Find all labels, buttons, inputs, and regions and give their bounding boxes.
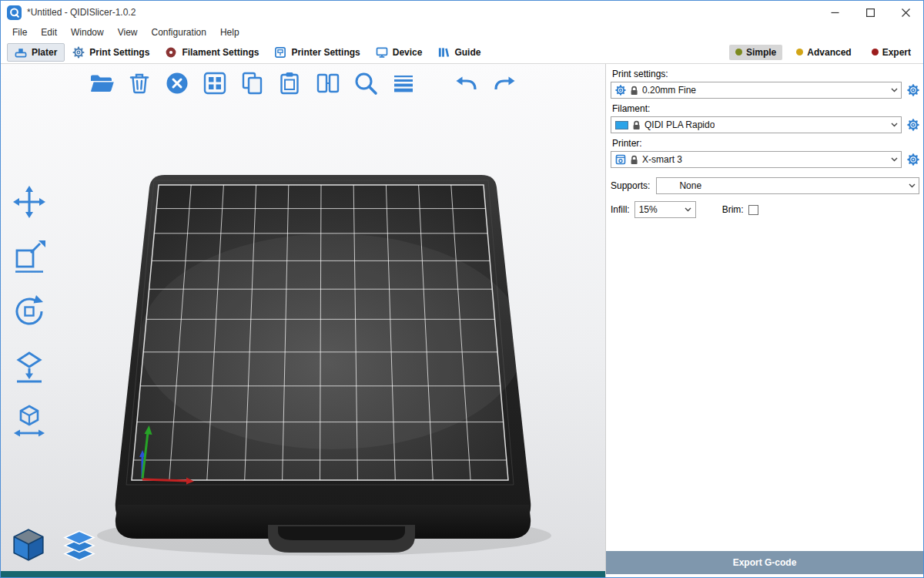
supports-combo[interactable]: None [656,177,919,194]
device-icon [376,46,388,59]
printer-gear-button[interactable] [906,153,919,166]
mode-advanced[interactable]: Advanced [790,45,857,60]
tab-plater[interactable]: Plater [7,43,65,62]
filament-combo[interactable]: QIDI PLA Rapido [611,116,902,133]
open-file-icon[interactable] [87,69,116,98]
tab-device[interactable]: Device [368,43,430,62]
view-toggles [8,525,99,565]
printer-icon [274,46,286,59]
tab-label: Filament Settings [182,47,259,58]
chevron-down-icon [681,202,695,217]
measure-icon[interactable] [7,398,52,443]
tab-label: Print Settings [89,47,149,58]
mode-selector: Simple Advanced Expert [729,45,917,60]
print-settings-value: 0.20mm Fine [642,85,696,96]
mode-simple[interactable]: Simple [729,45,782,60]
plater-icon [15,46,27,59]
left-toolbar [7,180,52,443]
export-gcode-button[interactable]: Export G-code [606,551,923,574]
lock-icon [632,120,641,130]
menu-view[interactable]: View [111,25,145,39]
mode-label: Simple [746,47,776,58]
3d-viewport[interactable] [1,64,605,577]
advanced-mode-dot-icon [796,49,803,55]
copy-icon[interactable] [238,69,267,98]
filament-icon [165,46,177,59]
delete-icon[interactable] [125,69,154,98]
guide-icon [437,46,450,59]
tab-print-settings[interactable]: Print Settings [65,43,157,62]
top-toolbar [87,69,519,98]
app-logo-icon [7,5,22,20]
chevron-down-icon [905,178,919,193]
menu-window[interactable]: Window [64,25,111,39]
tab-label: Guide [454,47,480,58]
arrange-icon[interactable] [200,69,229,98]
menu-edit[interactable]: Edit [34,25,64,39]
close-button[interactable] [888,1,923,24]
preview-layers-icon[interactable] [59,525,99,565]
gear-icon [615,85,626,96]
mode-label: Expert [882,47,911,58]
simple-mode-dot-icon [735,49,742,55]
chevron-down-icon [887,82,901,98]
printer-combo[interactable]: X-smart 3 [611,151,902,168]
tab-label: Printer Settings [291,47,360,58]
menu-configuration[interactable]: Configuration [145,25,213,39]
rotate-icon[interactable] [7,289,52,334]
filament-gear-button[interactable] [906,119,919,132]
minimize-button[interactable] [817,1,852,24]
print-settings-label: Print settings: [612,69,919,79]
printer-icon [615,154,626,165]
sidebar-spacer [611,218,920,551]
tabbar: Plater Print Settings Filament Settings [1,41,923,64]
mode-expert[interactable]: Expert [865,45,917,60]
brim-checkbox[interactable] [748,205,758,215]
tab-label: Device [393,47,423,58]
tab-filament-settings[interactable]: Filament Settings [157,43,266,62]
gear-icon [72,46,85,59]
print-bed-render [1,64,605,577]
infill-value: 15% [639,204,658,215]
move-icon[interactable] [7,180,52,224]
scale-icon[interactable] [7,234,52,279]
supports-value: None [679,180,701,191]
maximize-button[interactable] [852,1,888,24]
window-title: *Untitled - QIDISlicer-1.0.2 [27,7,136,18]
chevron-down-icon [887,117,901,133]
variable-layer-height-icon[interactable] [389,69,418,98]
printer-value: X-smart 3 [642,154,682,165]
titlebar: *Untitled - QIDISlicer-1.0.2 [1,1,923,24]
lock-icon [630,155,638,165]
tab-printer-settings[interactable]: Printer Settings [266,43,367,62]
tab-guide[interactable]: Guide [430,43,488,62]
app-window: *Untitled - QIDISlicer-1.0.2 File Edit W… [0,0,924,578]
filament-color-swatch [615,121,628,129]
3d-editor-view-icon[interactable] [8,525,49,565]
brim-label: Brim: [722,204,744,215]
window-controls [817,1,923,24]
place-on-face-icon[interactable] [7,344,52,388]
infill-combo[interactable]: 15% [634,201,696,218]
split-objects-icon[interactable] [313,69,343,98]
mode-label: Advanced [807,47,851,58]
filament-label: Filament: [612,103,919,114]
viewport-bottom-strip [1,571,605,577]
printer-label: Printer: [612,138,919,149]
print-settings-combo[interactable]: 0.20mm Fine [611,82,902,99]
search-icon[interactable] [351,69,380,98]
filament-value: QIDI PLA Rapido [644,119,715,130]
menu-file[interactable]: File [5,25,34,39]
chevron-down-icon [887,152,901,167]
delete-all-icon[interactable] [162,69,192,98]
redo-icon[interactable] [490,69,519,98]
paste-icon[interactable] [276,69,305,98]
lock-icon [630,86,638,96]
sidebar: Print settings: 0.20mm [605,64,923,577]
undo-icon[interactable] [452,69,481,98]
menubar: File Edit Window View Configuration Help [1,24,923,41]
menu-help[interactable]: Help [213,25,246,39]
print-settings-gear-button[interactable] [906,84,919,97]
infill-label: Infill: [611,204,630,215]
tab-label: Plater [32,47,57,58]
